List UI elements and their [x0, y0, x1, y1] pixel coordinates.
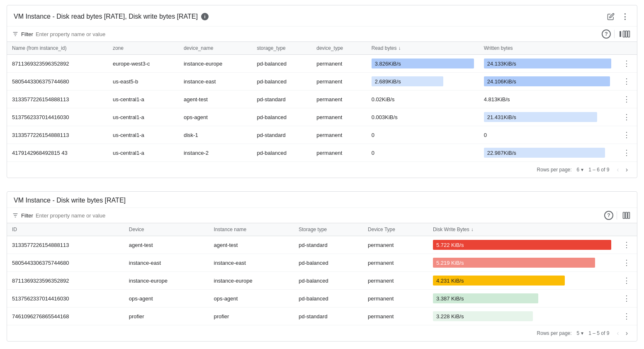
cell-row-menu[interactable]: ⋮ — [616, 55, 637, 73]
col-storage-type: storage_type — [252, 42, 311, 55]
cell-disk-write-bytes: 5.722 KiB/s — [428, 236, 616, 254]
panel-2-filter-actions: ? — [604, 210, 632, 220]
cell-row-menu-2[interactable]: ⋮ — [616, 236, 637, 254]
svg-rect-10 — [625, 212, 627, 219]
panel-1-nav: ‹ › — [614, 165, 630, 174]
panel-2-table: ID Device Instance name Storage type Dev… — [7, 223, 637, 325]
panel-2-title-text: VM Instance - Disk write bytes [RATE] — [14, 197, 126, 204]
cell-row-menu[interactable]: ⋮ — [616, 144, 637, 162]
svg-rect-5 — [628, 31, 629, 37]
cell-storage-type: pd-balanced — [294, 272, 363, 290]
dropdown-icon: ▾ — [581, 167, 583, 173]
cell-row-menu[interactable]: ⋮ — [616, 90, 637, 108]
panel-1-next-button[interactable]: › — [623, 165, 630, 174]
table-row: 8711369323596352892 europe-west3-c insta… — [7, 55, 637, 73]
panel-2: VM Instance - Disk write bytes [RATE] Fi… — [7, 191, 637, 342]
col-actions — [616, 42, 637, 55]
table-row: 5137562337014416030 ops-agent ops-agent … — [7, 290, 637, 308]
panel-1-edit-button[interactable] — [605, 11, 616, 22]
col-device: Device — [124, 223, 209, 236]
panel-1-prev-button[interactable]: ‹ — [614, 165, 621, 174]
panel-2-columns-icon[interactable] — [620, 210, 632, 220]
row-menu-icon[interactable]: ⋮ — [621, 58, 632, 69]
panel-1-filter-actions: ? — [602, 29, 632, 39]
panel-1-more-button[interactable]: ⋮ — [620, 10, 630, 23]
cell-read-bytes: 3.826KiB/s — [367, 55, 479, 73]
panel-1-title: VM Instance - Disk read bytes [RATE], Di… — [14, 13, 209, 20]
row-menu-icon[interactable]: ⋮ — [621, 112, 632, 122]
divider — [614, 30, 615, 38]
cell-row-menu[interactable]: ⋮ — [616, 126, 637, 144]
panel-2-rows-select[interactable]: 5 ▾ — [577, 330, 584, 336]
table-row: 3133577226154888113 us-central1-a disk-1… — [7, 126, 637, 144]
row-menu-icon[interactable]: ⋮ — [621, 129, 632, 140]
cell-name: 5805443306375744680 — [7, 73, 108, 90]
panel-2-help-icon[interactable]: ? — [604, 211, 613, 220]
cell-device-type: permanent — [311, 108, 367, 126]
cell-row-menu[interactable]: ⋮ — [616, 108, 637, 126]
cell-device: instance-east — [124, 254, 209, 272]
panel-1-columns-icon[interactable] — [618, 29, 632, 39]
row-menu-icon-2[interactable]: ⋮ — [621, 275, 632, 286]
cell-disk-write-bytes: 3.228 KiB/s — [428, 308, 616, 325]
read-bytes-sort-icon: ↓ — [398, 45, 401, 51]
row-menu-icon[interactable]: ⋮ — [621, 94, 632, 105]
panel-2-filter-inner: Filter — [12, 212, 601, 219]
cell-instance-name: profier — [209, 308, 294, 325]
col-disk-write-bytes[interactable]: Disk Write Bytes↓ — [428, 223, 616, 236]
cell-device-type: permanent — [311, 55, 367, 73]
cell-device-type: permanent — [363, 272, 428, 290]
col-device-name: device_name — [179, 42, 252, 55]
panel-2-count: 1 – 5 of 9 — [588, 330, 609, 336]
panel-1-info-icon[interactable]: i — [201, 13, 209, 20]
disk-write-sort-icon: ↓ — [471, 227, 474, 232]
row-menu-icon[interactable]: ⋮ — [621, 147, 632, 158]
cell-device-type: permanent — [363, 236, 428, 254]
cell-written-bytes: 24.106KiB/s — [479, 73, 616, 90]
col-zone: zone — [108, 42, 179, 55]
cell-device-name: instance-europe — [179, 55, 252, 73]
panel-2-filter-input[interactable] — [36, 212, 601, 219]
cell-name: 8711369323596352892 — [7, 55, 108, 73]
cell-row-menu[interactable]: ⋮ — [616, 73, 637, 90]
cell-name: 5137562337014416030 — [7, 108, 108, 126]
cell-disk-write-bytes: 3.387 KiB/s — [428, 290, 616, 308]
panel-2-next-button[interactable]: › — [623, 329, 630, 338]
cell-instance-name: instance-europe — [209, 272, 294, 290]
cell-read-bytes: 0 — [367, 144, 479, 162]
panel-1-filter-input[interactable] — [36, 31, 598, 37]
cell-row-menu-2[interactable]: ⋮ — [616, 308, 637, 325]
panel-1-rows-per-page-label: Rows per page: — [537, 167, 572, 173]
cell-row-menu-2[interactable]: ⋮ — [616, 290, 637, 308]
cell-zone: us-east5-b — [108, 73, 179, 90]
table-row: 5805443306375744680 us-east5-b instance-… — [7, 73, 637, 90]
panel-1-rows-select[interactable]: 6 ▾ — [577, 167, 584, 173]
cell-storage-type: pd-balanced — [252, 55, 311, 73]
col-read-bytes[interactable]: Read bytes↓ — [367, 42, 479, 55]
panel-1-table: Name (from instance_id) zone device_name… — [7, 42, 637, 161]
cell-storage-type: pd-balanced — [252, 73, 311, 90]
col-name: Name (from instance_id) — [7, 42, 108, 55]
cell-zone: us-central1-a — [108, 90, 179, 108]
dropdown-icon-2: ▾ — [581, 330, 583, 336]
row-menu-icon-2[interactable]: ⋮ — [621, 293, 632, 304]
cell-read-bytes: 0.003KiB/s — [367, 108, 479, 126]
panel-1-pagination: Rows per page: 6 ▾ 1 – 6 of 9 ‹ › — [7, 161, 637, 178]
panel-1-help-icon[interactable]: ? — [602, 29, 611, 39]
table-row: 5137562337014416030 us-central1-a ops-ag… — [7, 108, 637, 126]
panel-2-prev-button[interactable]: ‹ — [614, 329, 621, 338]
row-menu-icon-2[interactable]: ⋮ — [621, 239, 632, 250]
row-menu-icon-2[interactable]: ⋮ — [621, 311, 632, 322]
cell-written-bytes: 24.133KiB/s — [479, 55, 616, 73]
row-menu-icon-2[interactable]: ⋮ — [621, 257, 632, 268]
col-storage-type-2: Storage type — [294, 223, 363, 236]
cell-device-type: permanent — [311, 126, 367, 144]
row-menu-icon[interactable]: ⋮ — [621, 76, 632, 87]
panel-1-title-text: VM Instance - Disk read bytes [RATE], Di… — [14, 13, 198, 20]
panel-2-rows-per-page-label: Rows per page: — [537, 330, 572, 336]
cell-row-menu-2[interactable]: ⋮ — [616, 272, 637, 290]
col-actions-2 — [616, 223, 637, 236]
cell-storage-type: pd-standard — [294, 236, 363, 254]
cell-row-menu-2[interactable]: ⋮ — [616, 254, 637, 272]
panel-2-filter-label: Filter — [21, 212, 33, 219]
